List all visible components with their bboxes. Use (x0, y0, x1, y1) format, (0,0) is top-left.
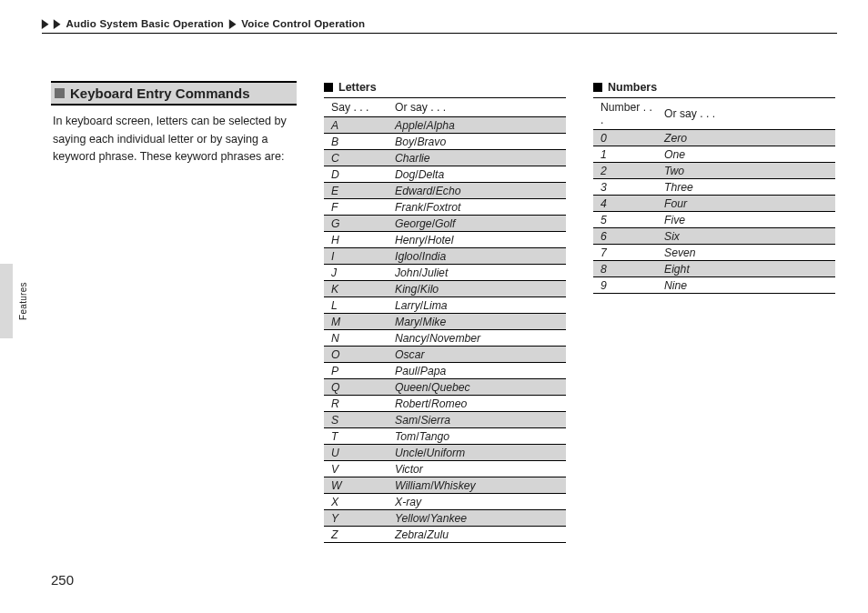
table-row: FFrank/Foxtrot (324, 199, 566, 216)
row-value: Larry/Lima (388, 297, 566, 314)
row-value: Edward/Echo (388, 183, 566, 199)
row-key: I (324, 248, 388, 265)
row-value: Uncle/Uniform (388, 445, 566, 461)
numbers-head-2: Or say . . . (657, 98, 835, 130)
row-value: Apple/Alpha (388, 117, 566, 134)
table-row: ZZebra/Zulu (324, 527, 566, 543)
row-key: V (324, 461, 388, 477)
row-key: 9 (593, 277, 657, 294)
numbers-title: Numbers (593, 81, 835, 94)
row-value: Charlie (388, 150, 566, 166)
row-key: W (324, 477, 388, 494)
table-row: QQueen/Quebec (324, 379, 566, 396)
row-key: S (324, 412, 388, 428)
numbers-title-text: Numbers (608, 81, 657, 94)
row-key: J (324, 265, 388, 281)
table-row: NNancy/November (324, 330, 566, 347)
page: ▶ ▶ Audio System Basic Operation ▶ Voice… (0, 0, 868, 613)
column-intro: Keyboard Entry Commands In keyboard scre… (51, 81, 297, 543)
row-key: Q (324, 379, 388, 396)
row-key: D (324, 166, 388, 183)
row-value: Four (657, 196, 835, 212)
table-row: SSam/Sierra (324, 412, 566, 428)
row-value: Seven (657, 245, 835, 261)
intro-paragraph: In keyboard screen, letters can be selec… (51, 113, 297, 166)
table-row: GGeorge/Golf (324, 216, 566, 232)
row-key: 1 (593, 146, 657, 163)
table-row: EEdward/Echo (324, 183, 566, 199)
table-row: 6Six (593, 228, 835, 245)
triangle-icon: ▶ (229, 17, 236, 30)
row-key: R (324, 396, 388, 412)
row-key: F (324, 199, 388, 216)
breadcrumb: ▶ ▶ Audio System Basic Operation ▶ Voice… (42, 18, 837, 34)
table-row: DDog/Delta (324, 166, 566, 183)
table-row: 2Two (593, 163, 835, 179)
row-value: Nancy/November (388, 330, 566, 347)
numbers-head-1: Number . . . (593, 98, 657, 130)
row-key: 3 (593, 179, 657, 196)
table-row: IIgloo/India (324, 248, 566, 265)
breadcrumb-seg-2: Voice Control Operation (241, 18, 365, 29)
square-icon (593, 83, 602, 92)
row-key: 5 (593, 212, 657, 228)
row-value: Five (657, 212, 835, 228)
breadcrumb-seg-1: Audio System Basic Operation (66, 18, 224, 29)
row-value: Three (657, 179, 835, 196)
row-key: 8 (593, 261, 657, 277)
letters-table: Say . . . Or say . . . AApple/AlphaBBoy/… (324, 97, 566, 543)
table-row: 9Nine (593, 277, 835, 294)
letters-title-text: Letters (338, 81, 377, 94)
row-value: Robert/Romeo (388, 396, 566, 412)
table-row: XX-ray (324, 494, 566, 510)
letters-head-2: Or say . . . (388, 98, 566, 117)
table-row: 8Eight (593, 261, 835, 277)
row-key: U (324, 445, 388, 461)
row-key: 4 (593, 196, 657, 212)
row-key: K (324, 281, 388, 297)
row-key: T (324, 428, 388, 445)
table-row: BBoy/Bravo (324, 134, 566, 150)
row-value: Henry/Hotel (388, 232, 566, 248)
row-value: Paul/Papa (388, 363, 566, 379)
table-row: AApple/Alpha (324, 117, 566, 134)
row-value: Dog/Delta (388, 166, 566, 183)
table-row: 0Zero (593, 130, 835, 146)
table-row: VVictor (324, 461, 566, 477)
table-row: 4Four (593, 196, 835, 212)
row-key: 0 (593, 130, 657, 146)
table-row: TTom/Tango (324, 428, 566, 445)
table-row: CCharlie (324, 150, 566, 166)
row-key: Y (324, 510, 388, 527)
row-value: Oscar (388, 347, 566, 363)
triangle-icon: ▶ (42, 17, 48, 30)
row-value: Queen/Quebec (388, 379, 566, 396)
square-icon (55, 88, 65, 98)
section-heading-bar: Keyboard Entry Commands (51, 81, 297, 106)
row-value: Zero (657, 130, 835, 146)
table-row: 3Three (593, 179, 835, 196)
table-row: UUncle/Uniform (324, 445, 566, 461)
row-key: M (324, 314, 388, 330)
row-key: X (324, 494, 388, 510)
table-row: 1One (593, 146, 835, 163)
row-value: Two (657, 163, 835, 179)
row-value: John/Juliet (388, 265, 566, 281)
row-value: Six (657, 228, 835, 245)
row-value: Victor (388, 461, 566, 477)
row-value: George/Golf (388, 216, 566, 232)
row-value: Nine (657, 277, 835, 294)
table-row: 7Seven (593, 245, 835, 261)
row-key: E (324, 183, 388, 199)
table-row: YYellow/Yankee (324, 510, 566, 527)
row-value: Igloo/India (388, 248, 566, 265)
table-row: LLarry/Lima (324, 297, 566, 314)
triangle-icon: ▶ (54, 17, 60, 30)
row-key: O (324, 347, 388, 363)
table-row: OOscar (324, 347, 566, 363)
row-value: Boy/Bravo (388, 134, 566, 150)
row-key: H (324, 232, 388, 248)
table-row: WWilliam/Whiskey (324, 477, 566, 494)
row-value: One (657, 146, 835, 163)
column-letters: Letters Say . . . Or say . . . AApple/Al… (324, 81, 566, 543)
